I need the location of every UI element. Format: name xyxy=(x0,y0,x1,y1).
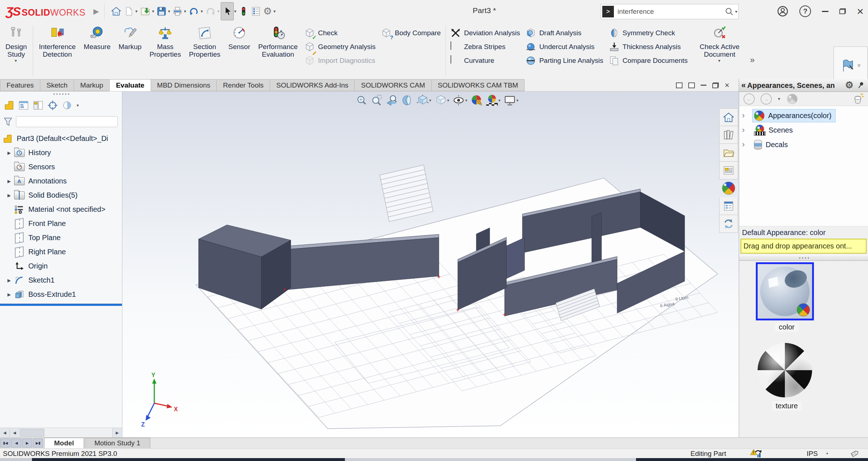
body-compare-button[interactable]: ? Body Compare xyxy=(381,26,441,40)
tree-item-front-plane[interactable]: Front Plane xyxy=(0,217,122,231)
section-view-button[interactable] xyxy=(400,93,414,108)
task-pane-header[interactable]: « Appearances, Scenes, an ⚙ xyxy=(739,79,868,92)
parting-line-analysis-button[interactable]: Parting Line Analysis xyxy=(526,54,603,68)
check-active-caret[interactable]: ▾ xyxy=(718,58,720,63)
tree-item-top-plane[interactable]: Top Plane xyxy=(0,231,122,245)
panel-grip[interactable] xyxy=(0,92,122,97)
tree-item-origin[interactable]: Origin xyxy=(0,259,122,273)
tab-mbd-dimensions[interactable]: MBD Dimensions xyxy=(151,79,217,91)
expand-chevron[interactable]: › xyxy=(742,141,752,149)
help-icon[interactable]: ? xyxy=(799,5,811,17)
dock-icon[interactable] xyxy=(688,82,695,88)
tab-evaluate[interactable]: Evaluate xyxy=(110,79,151,91)
mass-properties-button[interactable]: MassProperties xyxy=(146,23,185,79)
tab-render-tools[interactable]: Render Tools xyxy=(217,79,270,91)
redo-button[interactable] xyxy=(204,3,217,20)
deviation-analysis-button[interactable]: Deviation Analysis xyxy=(451,26,520,40)
tree-item-annotations[interactable]: ▶ A Annotations xyxy=(0,174,122,188)
view-orientation-button[interactable]: ▾ xyxy=(416,93,432,108)
expand-arrow[interactable]: ▶ xyxy=(4,193,14,198)
home-button[interactable] xyxy=(110,3,123,20)
motion-study-tab[interactable]: Motion Study 1 xyxy=(85,438,150,448)
tree-item-right-plane[interactable]: Right Plane xyxy=(0,245,122,259)
redo-dropdown-caret[interactable]: ▾ xyxy=(217,9,220,14)
pin-icon[interactable] xyxy=(857,81,864,89)
custom-properties-tab-button[interactable] xyxy=(719,197,738,215)
tag-icon[interactable] xyxy=(849,449,860,458)
geometry-analysis-button[interactable]: Geometry Analysis xyxy=(305,40,375,54)
edit-appearance-disabled-icon[interactable] xyxy=(787,94,798,104)
search-icon[interactable] xyxy=(725,7,734,16)
tree-item-material[interactable]: Material <not specified> xyxy=(0,202,122,217)
scrollbar-thumb[interactable] xyxy=(20,429,44,437)
back-button[interactable]: ← xyxy=(743,93,755,105)
expand-arrow[interactable]: ▶ xyxy=(4,278,14,283)
tab-solidworks-cam[interactable]: SOLIDWORKS CAM xyxy=(355,79,431,91)
new-document-button[interactable] xyxy=(123,3,135,20)
home-tab-button[interactable] xyxy=(719,108,738,126)
configuration-manager-tab-icon[interactable] xyxy=(33,100,44,111)
import-diagnostics-button[interactable]: Import Diagnostics xyxy=(305,54,375,68)
tree-filter-input[interactable] xyxy=(16,116,118,127)
last-tab-button[interactable]: ▶▮ xyxy=(33,438,43,448)
tree-item-sensors[interactable]: Sensors xyxy=(0,160,122,174)
select-tool-button[interactable] xyxy=(221,2,234,20)
thickness-analysis-button[interactable]: Thickness Analysis xyxy=(609,40,688,54)
tab-solidworks-add-ins[interactable]: SOLIDWORKS Add-Ins xyxy=(270,79,355,91)
next-tab-button[interactable]: ▶ xyxy=(22,438,32,448)
tab-features[interactable]: Features xyxy=(0,79,40,91)
design-study-button[interactable]: DesignStudy ▾ xyxy=(1,23,31,79)
display-style-button[interactable]: ▾ xyxy=(434,93,451,108)
undo-dropdown-caret[interactable]: ▾ xyxy=(201,9,203,14)
texture-appearance-thumbnail[interactable] xyxy=(756,341,814,399)
curvature-button[interactable]: Curvature xyxy=(451,54,520,68)
undock-icon[interactable] xyxy=(676,82,682,88)
zoom-to-area-button[interactable] xyxy=(370,93,384,108)
scroll-right-button[interactable]: ▶ xyxy=(112,428,122,437)
hide-show-items-button[interactable]: ▾ xyxy=(452,93,468,108)
manager-tabs-caret[interactable]: ▾ xyxy=(77,103,79,108)
dimxpert-manager-tab-icon[interactable] xyxy=(47,100,58,111)
user-account-icon[interactable] xyxy=(777,5,788,17)
tab-sketch[interactable]: Sketch xyxy=(40,79,74,91)
search-bar[interactable]: > ▾ xyxy=(601,4,739,19)
open-button[interactable] xyxy=(139,3,152,20)
property-manager-tab-icon[interactable] xyxy=(18,100,29,111)
check-active-document-button[interactable]: Check ActiveDocument ▾ xyxy=(696,23,743,79)
tree-item-decals[interactable]: › Decals xyxy=(739,137,868,152)
model-tab[interactable]: Model xyxy=(44,438,84,448)
expand-arrow[interactable]: ▶ xyxy=(4,150,14,155)
color-appearance-thumbnail[interactable] xyxy=(756,262,814,320)
units-selector[interactable]: IPS xyxy=(807,450,818,458)
open-dropdown-caret[interactable]: ▾ xyxy=(152,9,154,14)
check-button[interactable]: ✓ Check xyxy=(305,26,375,40)
collapse-arrows-icon[interactable]: « xyxy=(741,81,746,90)
print-dropdown-caret[interactable]: ▾ xyxy=(184,9,186,14)
feature-manager-tab-icon[interactable] xyxy=(4,100,15,111)
scroll-left-button[interactable]: ◀ xyxy=(0,428,10,437)
measure-button[interactable]: Measure xyxy=(80,23,115,79)
markup-button[interactable]: Markup xyxy=(114,23,145,79)
options-list-button[interactable] xyxy=(250,3,262,20)
edit-appearance-button[interactable] xyxy=(470,93,484,108)
search-input[interactable] xyxy=(617,7,725,16)
save-button[interactable] xyxy=(155,3,168,20)
compare-documents-button[interactable]: Compare Documents xyxy=(609,54,688,68)
ribbon-overflow-chevron[interactable]: » xyxy=(750,55,755,65)
interference-detection-button[interactable]: InterferenceDetection xyxy=(35,23,80,79)
units-caret[interactable]: ▴ xyxy=(826,451,828,455)
graphics-viewport[interactable]: 6 Aigua 9 Llum Y X Z ▾ ▾ ▾ ▾ ▾ xyxy=(122,92,739,437)
tree-item-sketch1[interactable]: ▶ Sketch1 xyxy=(0,273,122,287)
display-manager-tab-icon[interactable] xyxy=(62,100,73,111)
nav-dropdown-caret[interactable]: ▾ xyxy=(778,96,780,101)
design-library-tab-button[interactable] xyxy=(719,126,738,144)
first-tab-button[interactable]: ▮◀ xyxy=(0,438,11,448)
tree-item-history[interactable]: ▶ History xyxy=(0,146,122,160)
new-dropdown-caret[interactable]: ▾ xyxy=(135,9,138,14)
solidworks-forum-tab-button[interactable] xyxy=(719,215,738,233)
view-settings-button[interactable]: ▾ xyxy=(503,93,519,108)
filter-funnel-icon[interactable] xyxy=(3,117,13,127)
search-dropdown-caret[interactable]: ▾ xyxy=(735,9,737,14)
pane-splitter[interactable] xyxy=(739,255,868,261)
tree-item-scenes[interactable]: › Scenes xyxy=(739,123,868,137)
